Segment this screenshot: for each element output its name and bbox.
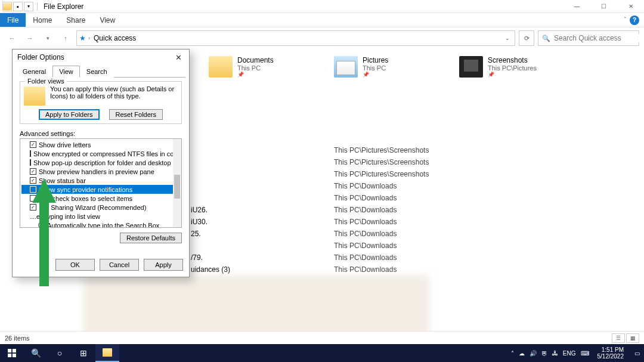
restore-defaults-button[interactable]: Restore Defaults — [120, 233, 182, 243]
folder-views-group: Folder views You can apply this view (su… — [20, 81, 182, 124]
recent-file-row[interactable]: This PC\Pictures\Screenshots — [191, 156, 620, 168]
recent-locations-button[interactable]: ▾ — [41, 31, 55, 45]
checkbox[interactable] — [30, 141, 36, 148]
refresh-button[interactable]: ⟳ — [519, 30, 534, 46]
tab-search[interactable]: Search — [80, 66, 114, 78]
dialog-close-button[interactable]: ✕ — [172, 53, 184, 62]
checkbox[interactable] — [30, 168, 36, 175]
tree-item[interactable]: Show preview handlers in preview pane — [21, 167, 180, 176]
search-input[interactable] — [554, 34, 643, 42]
frequent-folder[interactable]: Pictures This PC 📌 — [334, 56, 435, 78]
tree-item[interactable]: Automatically type into the Search Box — [21, 221, 180, 228]
tree-item[interactable]: Show status bar — [21, 176, 180, 185]
cortana-button[interactable]: ○ — [48, 344, 72, 362]
radio[interactable] — [38, 222, 45, 228]
tree-item-label: …en typing into list view — [30, 213, 100, 220]
reset-folders-button[interactable]: Reset Folders — [109, 109, 163, 120]
tray-defender-icon[interactable]: ⛨ — [541, 350, 547, 357]
tree-item[interactable]: Show pop-up description for folder and d… — [21, 158, 180, 167]
tree-item-label: Automatically type into the Search Box — [47, 222, 159, 228]
qat-dropdown-icon[interactable]: ▾ — [24, 2, 33, 11]
tree-item-label: Show drive letters — [39, 141, 91, 148]
recent-file-row[interactable]: iU30.This PC\Downloads — [191, 216, 620, 228]
nav-row: ← → ▾ ↑ ★ › Quick access ⌄ ⟳ 🔍 — [0, 27, 644, 49]
taskbar-search-button[interactable]: 🔍 — [24, 344, 48, 362]
frequent-folder[interactable]: Documents This PC 📌 — [209, 56, 310, 78]
file-tab[interactable]: File — [0, 13, 26, 27]
folder-location: This PC — [237, 64, 274, 72]
window-title: File Explorer — [44, 2, 83, 11]
help-icon[interactable]: ? — [630, 16, 639, 25]
up-button[interactable]: ↑ — [58, 31, 73, 45]
recent-file-row[interactable]: This PC\Downloads — [191, 240, 620, 252]
search-box[interactable]: 🔍 — [538, 30, 639, 46]
thumbnails-view-button[interactable]: ▦ — [626, 333, 639, 343]
checkbox[interactable] — [30, 186, 36, 193]
tree-item[interactable]: Show drive letters — [21, 140, 180, 149]
advanced-settings-label: Advanced settings: — [20, 130, 182, 137]
recent-file-row[interactable]: iU26.This PC\Downloads — [191, 204, 620, 216]
ok-button[interactable]: OK — [55, 259, 95, 271]
apply-button[interactable]: Apply — [144, 259, 183, 271]
apply-to-folders-button[interactable]: Apply to Folders — [39, 109, 99, 120]
breadcrumb[interactable]: Quick access — [92, 34, 137, 42]
share-tab[interactable]: Share — [59, 13, 92, 27]
tray-keyboard-icon[interactable]: ⌨ — [581, 350, 589, 357]
folder-views-text: You can apply this view (such as Details… — [50, 85, 178, 100]
recent-file-row[interactable]: This PC\Downloads — [191, 192, 620, 204]
address-bar[interactable]: ★ › Quick access ⌄ — [76, 30, 515, 46]
tray-onedrive-icon[interactable]: ☁ — [519, 350, 525, 357]
file-path: This PC\Downloads — [334, 230, 397, 238]
pin-icon: 📌 — [363, 72, 388, 78]
tray-language[interactable]: ENG — [563, 350, 576, 357]
checkbox[interactable] — [30, 204, 36, 211]
tray-clock[interactable]: 1:51 PM 5/12/2022 — [594, 346, 628, 360]
maximize-button[interactable]: ☐ — [590, 0, 617, 13]
tree-item[interactable]: Show sync provider notifications — [21, 185, 180, 194]
home-tab[interactable]: Home — [26, 13, 59, 27]
close-button[interactable]: ✕ — [617, 0, 644, 13]
recent-file-row[interactable]: 25.This PC\Downloads — [191, 228, 620, 240]
details-view-button[interactable]: ☰ — [612, 333, 625, 343]
action-center-button[interactable]: ▭ — [632, 344, 642, 362]
recent-file-row[interactable]: uidances (3)This PC\Downloads — [191, 264, 620, 276]
tree-item[interactable]: Use check boxes to select items — [21, 194, 180, 203]
tree-scrollbar[interactable] — [173, 139, 181, 227]
qat-folder-icon[interactable] — [2, 2, 12, 11]
tab-view[interactable]: View — [52, 66, 80, 78]
tree-item[interactable]: …e Sharing Wizard (Recommended) — [21, 203, 180, 212]
file-name: 25. — [191, 230, 334, 238]
address-dropdown-icon[interactable]: ⌄ — [503, 35, 512, 41]
tree-item[interactable]: …en typing into list view — [21, 212, 180, 221]
recent-file-row[interactable]: This PC\Pictures\Screenshots — [191, 168, 620, 180]
tree-item[interactable]: Show encrypted or compressed NTFS files … — [21, 149, 180, 158]
pin-icon: 📌 — [237, 72, 274, 78]
folder-icon — [209, 56, 233, 78]
tray-overflow-icon[interactable]: ˄ — [511, 350, 514, 357]
checkbox[interactable] — [30, 195, 36, 202]
qat-properties-icon[interactable]: ▪ — [13, 2, 23, 11]
file-path: This PC\Downloads — [334, 242, 397, 250]
minimize-button[interactable]: — — [564, 0, 590, 13]
back-button[interactable]: ← — [5, 31, 19, 45]
recent-file-row[interactable]: This PC\Pictures\Screenshots — [191, 144, 620, 156]
checkbox[interactable] — [30, 159, 31, 166]
blurred-region — [83, 276, 429, 335]
view-tab[interactable]: View — [92, 13, 122, 27]
frequent-folder[interactable]: Screenshots This PC\Pictures 📌 — [459, 56, 561, 78]
tray-volume-icon[interactable]: 🔊 — [530, 350, 537, 357]
tray-network-icon[interactable]: 🖧 — [552, 350, 558, 357]
ribbon-expand-icon[interactable]: ˇ — [624, 17, 626, 23]
recent-file-row[interactable]: /79.This PC\Downloads — [191, 252, 620, 264]
checkbox[interactable] — [30, 150, 31, 157]
explorer-taskbar-icon[interactable] — [95, 344, 119, 362]
forward-button[interactable]: → — [23, 31, 37, 45]
advanced-settings-tree[interactable]: Show drive lettersShow encrypted or comp… — [20, 138, 182, 228]
task-view-button[interactable]: ⊞ — [72, 344, 95, 362]
start-button[interactable] — [0, 344, 24, 362]
checkbox[interactable] — [30, 177, 36, 184]
ribbon: File Home Share View ˇ ? — [0, 13, 644, 27]
recent-file-row[interactable]: This PC\Downloads — [191, 180, 620, 192]
tab-general[interactable]: General — [16, 66, 52, 78]
cancel-button[interactable]: Cancel — [100, 259, 139, 271]
